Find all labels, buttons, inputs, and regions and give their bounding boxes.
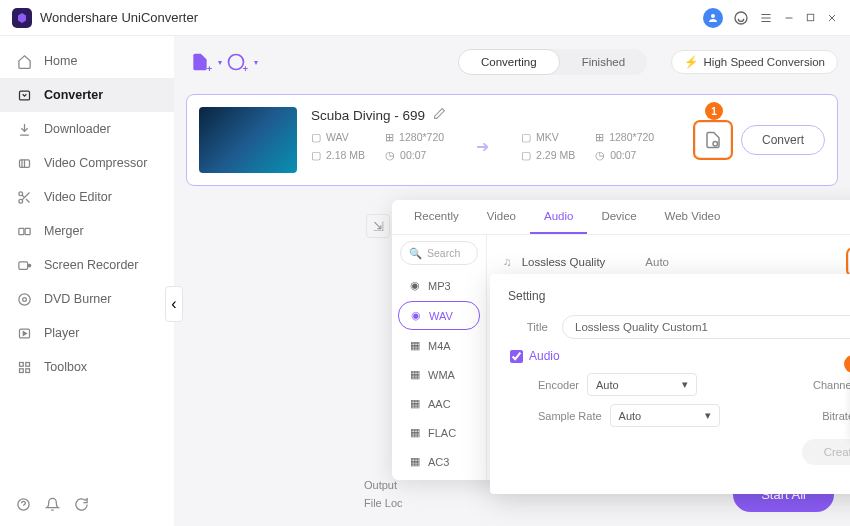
sidebar-item-toolbox[interactable]: Toolbox — [0, 350, 174, 384]
bolt-icon: ⚡ — [684, 55, 698, 69]
marker-4: 4 — [844, 355, 850, 373]
disc-icon: ◉ — [410, 279, 420, 292]
clock-icon: ◷ — [595, 149, 605, 161]
app-logo — [12, 8, 32, 28]
svg-point-12 — [22, 297, 26, 301]
fp-tab-webvideo[interactable]: Web Video — [651, 200, 735, 234]
folder-icon: ▢ — [521, 131, 531, 143]
svg-point-20 — [713, 142, 718, 147]
svg-point-0 — [711, 14, 715, 18]
audio-checkbox[interactable] — [510, 350, 523, 363]
sidebar-item-label: Converter — [44, 88, 103, 102]
marker-1: 1 — [705, 102, 723, 120]
add-file-button[interactable]: +▾ — [186, 48, 214, 76]
sidebar-item-label: Toolbox — [44, 360, 87, 374]
edit-title-icon[interactable] — [433, 107, 446, 123]
sidebar-item-editor[interactable]: Video Editor — [0, 180, 174, 214]
sidebar-item-label: Player — [44, 326, 79, 340]
tab-finished[interactable]: Finished — [560, 49, 647, 75]
title-input[interactable] — [562, 315, 850, 339]
svg-point-1 — [735, 12, 747, 24]
samplerate-select[interactable]: Auto▾ — [610, 404, 720, 427]
fp-tab-audio[interactable]: Audio — [530, 200, 587, 234]
status-tabs: Converting Finished — [458, 49, 647, 75]
notification-icon[interactable] — [45, 497, 60, 516]
sidebar-item-converter[interactable]: Converter — [0, 78, 174, 112]
merge-icon — [16, 223, 32, 239]
sidebar-item-label: Video Compressor — [44, 156, 147, 170]
sidebar-item-player[interactable]: Player — [0, 316, 174, 350]
add-folder-button[interactable]: +▾ — [222, 48, 250, 76]
sidebar-item-compressor[interactable]: Video Compressor — [0, 146, 174, 180]
expand-toggle[interactable]: ⇲ — [366, 214, 390, 238]
output-settings-button[interactable] — [695, 122, 731, 158]
convert-button[interactable]: Convert — [741, 125, 825, 155]
home-icon — [16, 53, 32, 69]
titlebar: Wondershare UniConverter — [0, 0, 850, 36]
arrow-icon: ➜ — [464, 131, 501, 161]
tab-converting[interactable]: Converting — [458, 49, 560, 75]
feedback-icon[interactable] — [74, 497, 89, 516]
record-icon — [16, 257, 32, 273]
grid-icon — [16, 359, 32, 375]
play-icon — [16, 325, 32, 341]
main-panel: +▾ +▾ Converting Finished ⚡High Speed Co… — [174, 36, 850, 526]
encoder-select[interactable]: Auto▾ — [587, 373, 697, 396]
fp-tab-recently[interactable]: Recently — [400, 200, 473, 234]
help-icon[interactable] — [16, 497, 31, 516]
menu-icon[interactable] — [759, 11, 773, 25]
format-flac[interactable]: ▦FLAC — [398, 419, 480, 446]
sidebar-item-label: Home — [44, 54, 77, 68]
audio-icon: ▦ — [410, 397, 420, 410]
svg-point-5 — [18, 191, 22, 195]
output-label: Output — [364, 479, 403, 491]
svg-rect-8 — [25, 228, 30, 234]
dst-format: MKV — [536, 131, 559, 143]
svg-point-11 — [18, 293, 29, 304]
format-ac3[interactable]: ▦AC3 — [398, 448, 480, 475]
convert-icon — [16, 87, 32, 103]
sidebar-item-dvd[interactable]: DVD Burner — [0, 282, 174, 316]
high-speed-toggle[interactable]: ⚡High Speed Conversion — [671, 50, 838, 74]
svg-point-6 — [18, 199, 22, 203]
scissors-icon — [16, 189, 32, 205]
format-mp3[interactable]: ◉MP3 — [398, 272, 480, 299]
disc-icon: ◉ — [411, 309, 421, 322]
close-icon[interactable] — [826, 12, 838, 24]
dst-dur: 00:07 — [610, 149, 636, 161]
format-aac[interactable]: ▦AAC — [398, 390, 480, 417]
sidebar-item-downloader[interactable]: Downloader — [0, 112, 174, 146]
settings-title: Setting — [508, 289, 545, 303]
sidebar-item-label: Merger — [44, 224, 84, 238]
fp-tab-device[interactable]: Device — [587, 200, 650, 234]
sidebar-item-recorder[interactable]: Screen Recorder — [0, 248, 174, 282]
settings-panel: Setting ✕ Title Audio EncoderAuto▾ 4 Cha… — [490, 274, 850, 494]
svg-rect-16 — [19, 368, 23, 372]
fileloc-label: File Loc — [364, 497, 403, 509]
account-icon[interactable] — [703, 8, 723, 28]
support-icon[interactable] — [733, 10, 749, 26]
channel-label: Channel — [813, 379, 850, 391]
sidebar: Home Converter Downloader Video Compress… — [0, 36, 174, 526]
audio-icon: ▦ — [410, 455, 420, 468]
sidebar-item-label: Screen Recorder — [44, 258, 139, 272]
format-search-input[interactable]: 🔍Search — [400, 241, 478, 265]
music-note-icon: ♫ — [503, 256, 512, 268]
sidebar-item-home[interactable]: Home — [0, 44, 174, 78]
res-icon: ⊞ — [595, 131, 604, 143]
maximize-icon[interactable] — [805, 12, 816, 23]
audio-icon: ▦ — [410, 368, 420, 381]
sidebar-item-merger[interactable]: Merger — [0, 214, 174, 248]
create-button[interactable]: Create — [802, 439, 850, 465]
minimize-icon[interactable] — [783, 12, 795, 24]
file-card: Scuba Diving - 699 ▢WAV ▢2.18 MB ⊞1280*7… — [186, 94, 838, 186]
folder-icon: ▢ — [311, 149, 321, 161]
fp-tab-video[interactable]: Video — [473, 200, 530, 234]
src-dur: 00:07 — [400, 149, 426, 161]
format-m4a[interactable]: ▦M4A — [398, 332, 480, 359]
folder-icon: ▢ — [311, 131, 321, 143]
src-res: 1280*720 — [399, 131, 444, 143]
file-thumbnail[interactable] — [199, 107, 297, 173]
format-wma[interactable]: ▦WMA — [398, 361, 480, 388]
format-wav[interactable]: ◉WAV — [398, 301, 480, 330]
